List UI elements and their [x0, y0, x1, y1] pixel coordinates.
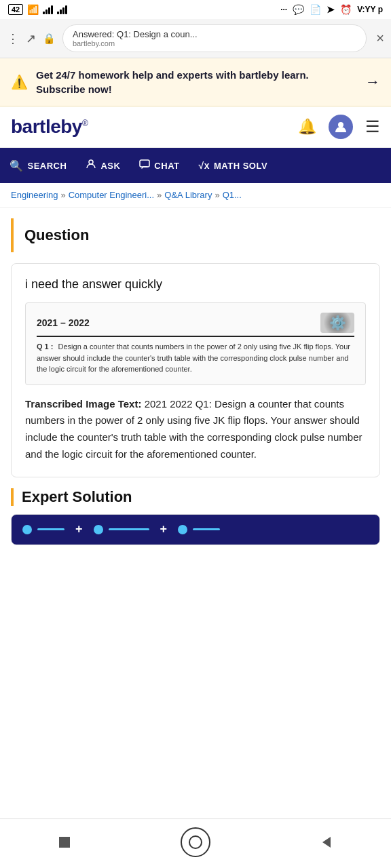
exam-body-text: Design a counter that counts numbers in …	[37, 342, 350, 373]
breadcrumb-engineering[interactable]: Engineering	[11, 190, 58, 200]
svg-point-0	[338, 122, 343, 127]
promo-text: Get 24/7 homework help and experts with …	[36, 68, 357, 96]
breadcrumb-sep-3: »	[215, 190, 219, 200]
svg-point-1	[89, 160, 93, 164]
more-dots: ···	[280, 5, 287, 14]
user-question-text: i need the answer quickly	[25, 277, 366, 292]
breadcrumb-qa-library[interactable]: Q&A Library	[164, 190, 212, 200]
transcribed-label: Transcribed Image Text:	[25, 398, 141, 410]
user-avatar[interactable]	[329, 115, 353, 139]
svg-marker-5	[322, 837, 331, 848]
sol-line-1	[37, 528, 64, 530]
navigation-icon: ➤	[327, 4, 335, 15]
ask-nav-icon	[86, 159, 96, 172]
alarm-icon: ⏰	[340, 4, 352, 15]
site-logo[interactable]: bartleby®	[11, 116, 298, 138]
browser-bar: ⋮ ↗ 🔒 Answered: Q1: Design a coun... bar…	[0, 19, 391, 58]
breadcrumb-q1[interactable]: Q1...	[223, 190, 242, 200]
question-section-header: Question	[11, 218, 380, 252]
signal-bars-1	[43, 5, 53, 14]
nav-search-label: SEARCH	[28, 161, 67, 171]
sol-circle-3	[178, 525, 187, 534]
sol-bar-item-2	[94, 525, 149, 534]
nav-chat-label: CHAT	[154, 161, 179, 171]
sol-circle-1	[22, 525, 32, 534]
svg-rect-3	[59, 837, 70, 848]
document-icon: 📄	[310, 4, 321, 15]
chat-nav-icon	[139, 159, 150, 172]
exam-year: 2021 – 2022 ⚙️	[37, 313, 354, 337]
search-nav-icon: 🔍	[10, 159, 24, 172]
browser-url: bartleby.com	[73, 39, 356, 47]
sol-plus-1: +	[75, 522, 83, 536]
breadcrumb-sep-2: »	[157, 190, 162, 200]
promo-arrow[interactable]: →	[365, 73, 380, 91]
sol-bar-item-1	[22, 525, 64, 534]
wifi-icon: 📶	[27, 4, 39, 15]
breadcrumb-sep-1: »	[60, 190, 65, 200]
exam-q-label: Q 1 :	[37, 342, 53, 351]
expert-section-header: Expert Solution	[11, 488, 380, 506]
sol-line-2	[109, 528, 149, 530]
nav-math[interactable]: √x MATH SOLV	[189, 149, 278, 182]
notification-bell-icon[interactable]: 🔔	[298, 118, 316, 136]
exam-question-text: Q 1 : Design a counter that counts numbe…	[37, 341, 354, 375]
hamburger-menu-icon[interactable]: ☰	[365, 117, 380, 136]
browser-address-bar[interactable]: Answered: Q1: Design a coun... bartleby.…	[62, 24, 367, 52]
browser-close-button[interactable]: ×	[376, 31, 384, 46]
browser-menu-icon[interactable]: ⋮	[7, 31, 19, 46]
svg-rect-2	[140, 160, 149, 167]
bottom-home-button[interactable]	[181, 827, 210, 857]
lock-icon: 🔒	[43, 33, 56, 45]
exam-image: 2021 – 2022 ⚙️ Q 1 : Design a counter th…	[25, 302, 366, 385]
time-display: V:YY p	[357, 5, 383, 14]
nav-bar: 🔍 SEARCH ASK CHAT √x MATH SOLV	[0, 148, 391, 183]
status-bar: 42 📶 ··· 💬 📄 ➤ ⏰ V:YY p	[0, 0, 391, 19]
promo-banner[interactable]: ⚠️ Get 24/7 homework help and experts wi…	[0, 58, 391, 106]
sol-bar-item-3	[178, 525, 220, 534]
site-header: bartleby® 🔔 ☰	[0, 106, 391, 148]
sol-line-3	[193, 528, 220, 530]
nav-ask-label: ASK	[100, 161, 120, 171]
sol-circle-2	[94, 525, 103, 534]
header-icons: 🔔 ☰	[298, 115, 380, 139]
question-section-title: Question	[24, 226, 369, 244]
nav-chat[interactable]: CHAT	[130, 148, 189, 183]
sol-plus-2: +	[160, 522, 168, 536]
status-right-icons: ··· 💬 📄 ➤ ⏰ V:YY p	[280, 4, 383, 15]
nav-search[interactable]: 🔍 SEARCH	[0, 149, 76, 183]
math-nav-icon: √x	[199, 160, 210, 171]
gear-image: ⚙️	[320, 313, 354, 333]
breadcrumb-computer-engineering[interactable]: Computer Engineeri...	[69, 190, 154, 200]
question-card: i need the answer quickly 2021 – 2022 ⚙️…	[11, 263, 380, 477]
bottom-square-button[interactable]	[52, 830, 77, 854]
breadcrumb: Engineering » Computer Engineeri... » Q&…	[0, 183, 391, 208]
nav-math-label: MATH SOLV	[214, 161, 267, 171]
browser-tab-title: Answered: Q1: Design a coun...	[73, 29, 356, 39]
promo-warning-icon: ⚠️	[11, 74, 28, 90]
nav-ask[interactable]: ASK	[76, 148, 130, 183]
messenger-icon: 💬	[293, 4, 304, 15]
bottom-nav	[0, 818, 391, 868]
transcribed-block: Transcribed Image Text: 2021 2022 Q1: De…	[25, 396, 366, 463]
svg-point-4	[189, 836, 202, 848]
share-icon[interactable]: ↗	[26, 31, 36, 46]
expert-section-title: Expert Solution	[22, 488, 380, 506]
solution-card: + +	[11, 514, 380, 545]
battery-indicator: 42	[8, 4, 23, 15]
bottom-back-button[interactable]	[314, 830, 339, 854]
signal-bars-2	[57, 5, 67, 14]
solution-content-bar: + +	[12, 515, 379, 545]
